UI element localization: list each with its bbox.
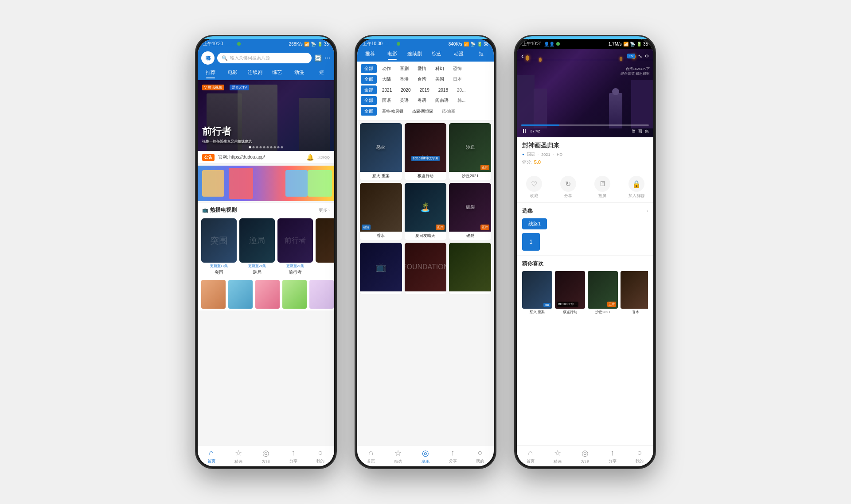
avatar-card-1[interactable]	[201, 280, 226, 309]
filter-2019[interactable]: 2019	[416, 86, 433, 94]
progress-bar[interactable]	[521, 124, 649, 126]
bottom-nav2-profile[interactable]: ○ 我的	[466, 448, 494, 465]
grid-card-9[interactable]	[449, 243, 491, 294]
tab-home-short[interactable]: 短	[310, 67, 332, 78]
more-button[interactable]: 更多 ›	[319, 207, 330, 213]
filter-2021[interactable]: 2021	[379, 86, 395, 94]
episode-btn[interactable]: 集	[645, 128, 649, 134]
tab-home-anime[interactable]: 动漫	[288, 67, 310, 78]
bottom-nav3-home[interactable]: ⌂ 首页	[517, 448, 544, 465]
filter-mandarin[interactable]: 国语	[379, 96, 394, 105]
filter-all-5[interactable]: 全部	[361, 107, 377, 116]
settings-icon-video[interactable]: ⚙	[645, 54, 649, 58]
filter-cantonese[interactable]: 粤语	[414, 96, 430, 105]
avatar-card-4[interactable]	[282, 280, 307, 309]
bottom-nav2-share[interactable]: ↑ 分享	[439, 448, 467, 465]
filter-tw[interactable]: 台湾	[414, 75, 430, 84]
filter-actor2[interactable]: 杰森·斯坦森	[409, 107, 437, 116]
filter-korean[interactable]: 韩...	[454, 96, 469, 105]
bottom-nav2-discover[interactable]: ◎ 发现	[412, 448, 439, 465]
filter-romance[interactable]: 爱情	[414, 64, 430, 73]
filter-actor1[interactable]: 基特·哈灵顿	[379, 107, 407, 116]
filter-jp[interactable]: 日本	[449, 75, 465, 84]
tab2-variety[interactable]: 综艺	[426, 49, 448, 59]
filter-mainland[interactable]: 大陆	[379, 75, 394, 84]
grid-card-3[interactable]: 沙丘 正片 沙丘2021	[449, 123, 491, 180]
fullscreen-icon[interactable]: ⤡	[638, 53, 642, 59]
grid-card-5[interactable]: 🏝️ 正片 夏日友晴天	[405, 183, 447, 240]
speed-btn[interactable]: 倍	[632, 128, 636, 134]
bottom-nav-profile[interactable]: ○ 我的	[307, 448, 334, 465]
rec-card-1[interactable]: HD 怒火·重案	[522, 271, 552, 314]
action-group[interactable]: 🔒 加入群聊	[628, 176, 644, 199]
filter-all-4[interactable]: 全部	[361, 96, 377, 105]
movie-card-2[interactable]: 逆局 更新至21集 逆局	[239, 218, 275, 275]
route-1-btn[interactable]: 线路1	[522, 218, 547, 229]
tab2-recommend[interactable]: 推荐	[359, 49, 381, 59]
bottom-nav3-profile[interactable]: ○ 我的	[626, 448, 653, 465]
tab2-short[interactable]: 短	[470, 49, 492, 59]
pause-icon[interactable]: ⏸	[521, 128, 527, 135]
bottom-nav2-home[interactable]: ⌂ 首页	[357, 448, 385, 465]
hot-section-title: 热播电视剧	[210, 206, 237, 214]
rec-card-4[interactable]: 香水	[621, 271, 648, 314]
bell-icon[interactable]: 🔔	[306, 154, 314, 161]
tab-home-movie[interactable]: 电影	[222, 67, 244, 78]
filter-english[interactable]: 英语	[396, 96, 412, 105]
bottom-nav3-discover[interactable]: ◎ 发现	[571, 448, 599, 465]
grid-card-8[interactable]: FOUNDATION	[405, 243, 447, 294]
screen-content-2[interactable]: 全部 动作 喜剧 爱情 科幻 恐怖 全部 大陆 香港 台湾 美国 日本 全部	[357, 62, 494, 445]
movie-card-1[interactable]: 突围 更新至17集 突围	[201, 218, 237, 275]
filter-action[interactable]: 动作	[379, 64, 394, 73]
action-favorite[interactable]: ♡ 收藏	[526, 176, 542, 199]
bottom-nav-discover[interactable]: ◎ 发现	[252, 448, 280, 465]
tab-home-series[interactable]: 连续剧	[244, 67, 266, 78]
filter-all-3[interactable]: 全部	[361, 85, 377, 94]
grid-card-1[interactable]: 怒火 怒火·重案	[360, 123, 402, 180]
back-icon[interactable]: ‹	[521, 51, 524, 61]
filter-all-2[interactable]: 全部	[361, 75, 377, 84]
episode-1-btn[interactable]: 1	[522, 233, 540, 251]
search-box-1[interactable]: 🔍 输入关键词搜索片源	[217, 53, 312, 63]
grid-card-7[interactable]: 📺	[360, 243, 402, 294]
bottom-nav-share[interactable]: ↑ 分享	[280, 448, 307, 465]
movie-card-4[interactable]	[316, 218, 334, 275]
rec-card-2[interactable]: BD1080P中... 极盗行动	[555, 271, 585, 314]
bottom-nav3-share[interactable]: ↑ 分享	[599, 448, 626, 465]
phone-3-content[interactable]: 封神画圣归来 ● 国语 · 2021 · HD 评分: 5.0 ♡	[517, 137, 653, 445]
rec-card-3[interactable]: 正片 沙丘2021	[588, 271, 618, 314]
bottom-nav2-picks[interactable]: ☆ 精选	[385, 448, 412, 465]
tab2-anime[interactable]: 动漫	[448, 49, 470, 59]
grid-card-4[interactable]: 超清 香水	[360, 183, 402, 240]
resolution-btn[interactable]: 画	[638, 128, 642, 134]
filter-actor3[interactable]: 范·迪塞	[438, 107, 459, 116]
filter-more-year[interactable]: 20...	[453, 86, 469, 94]
avatar-card-3[interactable]	[255, 280, 280, 309]
menu-icon[interactable]: ⋯	[324, 54, 331, 62]
filter-2020[interactable]: 2020	[397, 86, 414, 94]
filter-all-1[interactable]: 全部	[361, 64, 377, 73]
filter-2018[interactable]: 2018	[435, 86, 452, 94]
tab2-movie[interactable]: 电影	[381, 49, 403, 59]
filter-us[interactable]: 美国	[432, 75, 448, 84]
bottom-nav3-picks[interactable]: ☆ 精选	[544, 448, 572, 465]
filter-comedy[interactable]: 喜剧	[396, 64, 412, 73]
filter-scifi[interactable]: 科幻	[432, 64, 448, 73]
avatar-card-2[interactable]	[228, 280, 253, 309]
bottom-nav-picks[interactable]: ☆ 精选	[225, 448, 253, 465]
tab2-series[interactable]: 连续剧	[403, 49, 426, 59]
refresh-icon[interactable]: 🔄	[314, 54, 322, 62]
screen-content-1[interactable]: V 腾讯视频 爱奇艺TV 前行者 张鲁一担任近生克兄弟姐妹建筑 公告 官网: h…	[198, 80, 334, 445]
filter-hk[interactable]: 香港	[396, 75, 412, 84]
tab-home-variety[interactable]: 综艺	[266, 67, 288, 78]
chevron-right-icon-sel[interactable]: ›	[647, 209, 648, 213]
filter-hokkien[interactable]: 闽南语	[432, 96, 452, 105]
filter-horror[interactable]: 恐怖	[449, 64, 465, 73]
action-cast[interactable]: 🖥 投屏	[594, 176, 610, 199]
action-share[interactable]: ↻ 分享	[560, 176, 576, 199]
movie-card-3[interactable]: 前行者 更新至21集 前行者	[277, 218, 313, 275]
tab-home-recommend[interactable]: 推荐	[199, 67, 222, 78]
grid-card-6[interactable]: 破裂 正片 破裂	[449, 183, 491, 240]
bottom-nav-home[interactable]: ⌂ 首页	[198, 448, 225, 465]
grid-card-2[interactable]: 极盗 BD1080P中文字幕 极盗行动	[405, 123, 447, 180]
